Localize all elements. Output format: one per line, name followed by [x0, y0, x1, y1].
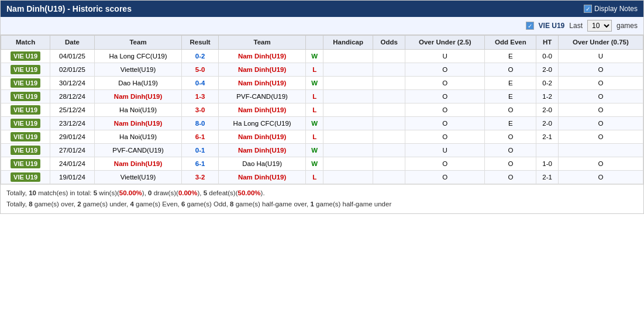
col-result: Result: [182, 36, 219, 50]
games-select[interactable]: 10 5 15 20 All: [587, 20, 612, 32]
cell-team1: PVF-CAND(U19): [94, 143, 181, 157]
cell-handicap: [323, 89, 373, 103]
col-team1: Team: [94, 36, 181, 50]
cell-odds: [373, 157, 405, 170]
cell-handicap: [323, 76, 373, 89]
cell-team2: Nam Dinh(U19): [218, 143, 305, 157]
table-row: VIE U1929/01/24Ha Noi(U19)6-1Nam Dinh(U1…: [1, 130, 643, 143]
cell-team1: Ha Noi(U19): [94, 103, 181, 116]
cell-ou25: O: [405, 157, 485, 170]
cell-wl: W: [306, 49, 323, 63]
display-notes-toggle[interactable]: ✓ Display Notes: [584, 5, 638, 13]
cell-team2: Nam Dinh(U19): [218, 130, 305, 143]
cell-odds: [373, 143, 405, 157]
cell-wl: L: [306, 103, 323, 116]
cell-result: 6-1: [182, 157, 219, 170]
cell-ou075: O: [558, 63, 643, 76]
scores-table: Match Date Team Result Team Handicap Odd…: [1, 35, 643, 184]
cell-ou25: U: [405, 49, 485, 63]
cell-oddeven: O: [485, 157, 536, 170]
cell-ht: 1-0: [536, 157, 559, 170]
cell-team2: Dao Ha(U19): [218, 157, 305, 170]
cell-ht: 1-2: [536, 89, 559, 103]
cell-oddeven: O: [485, 130, 536, 143]
cell-team1: Viettel(U19): [94, 170, 181, 184]
cell-result: 3-2: [182, 170, 219, 184]
cell-ht: 2-0: [536, 63, 559, 76]
main-container: Nam Dinh(U19) - Historic scores ✓ Displa…: [0, 0, 644, 214]
table-row: VIE U1924/01/24Nam Dinh(U19)6-1Dao Ha(U1…: [1, 157, 643, 170]
cell-wl: W: [306, 157, 323, 170]
league-checkbox[interactable]: ✓: [526, 22, 534, 30]
cell-match: VIE U19: [1, 157, 50, 170]
header-right: ✓ Display Notes: [584, 5, 638, 13]
cell-handicap: [323, 116, 373, 130]
cell-team2: Nam Dinh(U19): [218, 103, 305, 116]
col-odds: Odds: [373, 36, 405, 50]
cell-ou075: O: [558, 130, 643, 143]
col-oddeven: Odd Even: [485, 36, 536, 50]
table-row: VIE U1928/12/24Nam Dinh(U19)1-3PVF-CAND(…: [1, 89, 643, 103]
league-label: VIE U19: [539, 22, 565, 30]
cell-oddeven: E: [485, 89, 536, 103]
table-row: VIE U1925/12/24Ha Noi(U19)3-0Nam Dinh(U1…: [1, 103, 643, 116]
cell-handicap: [323, 49, 373, 63]
cell-ou25: O: [405, 76, 485, 89]
cell-match: VIE U19: [1, 49, 50, 63]
cell-team1: Nam Dinh(U19): [94, 157, 181, 170]
cell-wl: W: [306, 76, 323, 89]
cell-handicap: [323, 63, 373, 76]
cell-ou25: O: [405, 103, 485, 116]
page-title: Nam Dinh(U19) - Historic scores: [6, 4, 132, 13]
cell-odds: [373, 103, 405, 116]
table-row: VIE U1919/01/24Viettel(U19)3-2Nam Dinh(U…: [1, 170, 643, 184]
cell-result: 3-0: [182, 103, 219, 116]
cell-wl: L: [306, 170, 323, 184]
cell-date: 24/01/24: [50, 157, 95, 170]
cell-ht: 2-1: [536, 170, 559, 184]
cell-odds: [373, 76, 405, 89]
cell-handicap: [323, 130, 373, 143]
cell-date: 27/01/24: [50, 143, 95, 157]
cell-team1: Dao Ha(U19): [94, 76, 181, 89]
col-match: Match: [1, 36, 50, 50]
cell-ou075: O: [558, 89, 643, 103]
col-wl: [306, 36, 323, 50]
games-label: games: [617, 22, 638, 30]
filter-bar: ✓ VIE U19 Last 10 5 15 20 All games: [1, 17, 643, 35]
cell-date: 19/01/24: [50, 170, 95, 184]
col-team2: Team: [218, 36, 305, 50]
cell-match: VIE U19: [1, 130, 50, 143]
cell-oddeven: O: [485, 63, 536, 76]
cell-result: 5-0: [182, 63, 219, 76]
cell-oddeven: E: [485, 116, 536, 130]
cell-result: 0-4: [182, 76, 219, 89]
table-row: VIE U1902/01/25Viettel(U19)5-0Nam Dinh(U…: [1, 63, 643, 76]
display-notes-checkbox[interactable]: ✓: [584, 5, 592, 13]
cell-wl: L: [306, 130, 323, 143]
table-row: VIE U1930/12/24Dao Ha(U19)0-4Nam Dinh(U1…: [1, 76, 643, 89]
cell-handicap: [323, 157, 373, 170]
cell-ou075: [558, 143, 643, 157]
cell-ou25: U: [405, 143, 485, 157]
table-row: VIE U1923/12/24Nam Dinh(U19)8-0Ha Long C…: [1, 116, 643, 130]
cell-ou075: U: [558, 49, 643, 63]
cell-wl: W: [306, 116, 323, 130]
cell-ht: 2-0: [536, 103, 559, 116]
cell-team2: Nam Dinh(U19): [218, 49, 305, 63]
table-row: VIE U1927/01/24PVF-CAND(U19)0-1Nam Dinh(…: [1, 143, 643, 157]
cell-date: 25/12/24: [50, 103, 95, 116]
cell-ou075: O: [558, 157, 643, 170]
cell-result: 6-1: [182, 130, 219, 143]
cell-wl: L: [306, 89, 323, 103]
display-notes-label: Display Notes: [594, 5, 638, 13]
cell-match: VIE U19: [1, 76, 50, 89]
cell-wl: L: [306, 63, 323, 76]
cell-ou25: O: [405, 89, 485, 103]
cell-result: 8-0: [182, 116, 219, 130]
col-handicap: Handicap: [323, 36, 373, 50]
cell-date: 04/01/25: [50, 49, 95, 63]
cell-ou25: O: [405, 130, 485, 143]
cell-odds: [373, 170, 405, 184]
cell-team1: Ha Long CFC(U19): [94, 49, 181, 63]
